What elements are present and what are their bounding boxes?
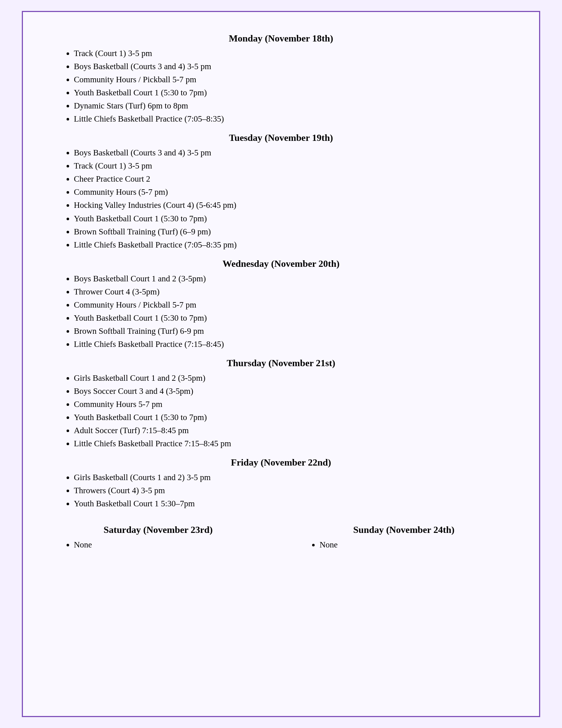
list-item: Boys Soccer Court 3 and 4 (3-5pm): [74, 385, 517, 397]
list-item: Little Chiefs Basketball Practice (7:05–…: [74, 113, 517, 124]
list-item: Dynamic Stars (Turf) 6pm to 8pm: [74, 100, 517, 111]
list-item: Cheer Practice Court 2: [74, 173, 517, 185]
list-item: None: [319, 539, 517, 550]
list-item: Track (Court 1) 3-5 pm: [74, 160, 517, 171]
list-item: Boys Basketball (Courts 3 and 4) 3-5 pm: [74, 61, 517, 72]
list-item: Community Hours (5-7 pm): [74, 186, 517, 198]
list-item: Girls Basketball Court 1 and 2 (3-5pm): [74, 372, 517, 384]
list-item: Youth Basketball Court 1 5:30–7pm: [74, 498, 517, 509]
list-item: Adult Soccer (Turf) 7:15–8:45 pm: [74, 425, 517, 436]
sunday-events: None: [290, 539, 517, 550]
page-container: Monday (November 18th)Track (Court 1) 3-…: [22, 11, 540, 717]
event-list-1: Boys Basketball (Courts 3 and 4) 3-5 pmT…: [45, 147, 517, 250]
day-header-2: Wednesday (November 20th): [45, 258, 517, 269]
list-item: Community Hours / Pickball 5-7 pm: [74, 299, 517, 310]
list-item: Hocking Valley Industries (Court 4) (5-6…: [74, 199, 517, 211]
saturday-col: Saturday (November 23rd) None: [45, 517, 272, 554]
list-item: Track (Court 1) 3-5 pm: [74, 48, 517, 59]
list-item: Community Hours 5-7 pm: [74, 399, 517, 410]
list-item: None: [74, 539, 272, 550]
list-item: Throwers (Court 4) 3-5 pm: [74, 485, 517, 496]
list-item: Brown Softball Training (Turf) 6-9 pm: [74, 325, 517, 337]
weekend-section: Saturday (November 23rd) None Sunday (No…: [45, 517, 517, 554]
list-item: Girls Basketball (Courts 1 and 2) 3-5 pm: [74, 472, 517, 483]
list-item: Youth Basketball Court 1 (5:30 to 7pm): [74, 412, 517, 423]
sunday-header: Sunday (November 24th): [290, 525, 517, 535]
list-item: Youth Basketball Court 1 (5:30 to 7pm): [74, 213, 517, 224]
schedule-content: Monday (November 18th)Track (Court 1) 3-…: [45, 33, 517, 509]
day-header-3: Thursday (November 21st): [45, 358, 517, 369]
event-list-4: Girls Basketball (Courts 1 and 2) 3-5 pm…: [45, 472, 517, 509]
saturday-header: Saturday (November 23rd): [45, 525, 272, 535]
list-item: Community Hours / Pickball 5-7 pm: [74, 74, 517, 85]
day-header-4: Friday (November 22nd): [45, 457, 517, 468]
list-item: Little Chiefs Basketball Practice 7:15–8…: [74, 438, 517, 449]
list-item: Thrower Court 4 (3-5pm): [74, 286, 517, 297]
list-item: Boys Basketball (Courts 3 and 4) 3-5 pm: [74, 147, 517, 158]
list-item: Youth Basketball Court 1 (5:30 to 7pm): [74, 312, 517, 324]
sunday-col: Sunday (November 24th) None: [290, 517, 517, 554]
day-header-0: Monday (November 18th): [45, 33, 517, 44]
event-list-2: Boys Basketball Court 1 and 2 (3-5pm)Thr…: [45, 273, 517, 350]
event-list-0: Track (Court 1) 3-5 pmBoys Basketball (C…: [45, 48, 517, 124]
list-item: Youth Basketball Court 1 (5:30 to 7pm): [74, 87, 517, 98]
list-item: Brown Softball Training (Turf) (6–9 pm): [74, 226, 517, 237]
list-item: Little Chiefs Basketball Practice (7:05–…: [74, 239, 517, 250]
day-header-1: Tuesday (November 19th): [45, 132, 517, 143]
saturday-events: None: [45, 539, 272, 550]
event-list-3: Girls Basketball Court 1 and 2 (3-5pm)Bo…: [45, 372, 517, 449]
list-item: Little Chiefs Basketball Practice (7:15–…: [74, 339, 517, 350]
list-item: Boys Basketball Court 1 and 2 (3-5pm): [74, 273, 517, 284]
